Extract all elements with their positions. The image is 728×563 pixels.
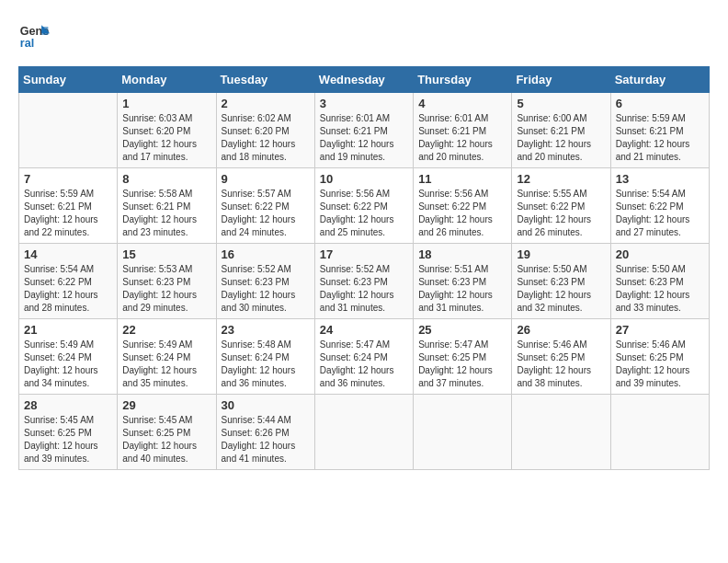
day-number: 10 xyxy=(320,172,408,186)
day-number: 23 xyxy=(222,323,310,337)
day-info: Sunrise: 5:47 AM Sunset: 6:24 PM Dayligh… xyxy=(320,339,408,390)
day-number: 29 xyxy=(122,398,210,412)
page-header: Gene ral xyxy=(18,18,710,52)
header-tuesday: Tuesday xyxy=(216,67,314,93)
day-cell: 9Sunrise: 5:57 AM Sunset: 6:22 PM Daylig… xyxy=(216,168,314,244)
header-sunday: Sunday xyxy=(19,67,118,93)
day-info: Sunrise: 5:46 AM Sunset: 6:25 PM Dayligh… xyxy=(517,339,605,390)
day-number: 4 xyxy=(418,97,506,110)
day-info: Sunrise: 5:50 AM Sunset: 6:23 PM Dayligh… xyxy=(616,263,704,315)
day-number: 24 xyxy=(320,323,408,337)
day-cell: 11Sunrise: 5:56 AM Sunset: 6:22 PM Dayli… xyxy=(414,168,512,244)
day-cell xyxy=(610,395,709,470)
day-cell: 12Sunrise: 5:55 AM Sunset: 6:22 PM Dayli… xyxy=(512,168,610,244)
day-cell: 10Sunrise: 5:56 AM Sunset: 6:22 PM Dayli… xyxy=(314,168,413,244)
week-row-1: 1Sunrise: 6:03 AM Sunset: 6:20 PM Daylig… xyxy=(19,93,710,168)
day-cell: 29Sunrise: 5:45 AM Sunset: 6:25 PM Dayli… xyxy=(118,395,216,470)
day-cell: 15Sunrise: 5:53 AM Sunset: 6:23 PM Dayli… xyxy=(118,244,216,319)
day-number: 27 xyxy=(616,323,704,337)
day-number: 18 xyxy=(418,247,506,261)
day-info: Sunrise: 5:49 AM Sunset: 6:24 PM Dayligh… xyxy=(122,339,210,390)
day-info: Sunrise: 5:47 AM Sunset: 6:25 PM Dayligh… xyxy=(418,339,506,390)
day-number: 1 xyxy=(122,97,210,110)
day-cell xyxy=(512,395,610,470)
day-number: 6 xyxy=(616,97,704,110)
day-info: Sunrise: 6:00 AM Sunset: 6:21 PM Dayligh… xyxy=(517,112,605,164)
day-cell: 24Sunrise: 5:47 AM Sunset: 6:24 PM Dayli… xyxy=(314,319,413,395)
day-info: Sunrise: 5:59 AM Sunset: 6:21 PM Dayligh… xyxy=(616,112,704,164)
day-cell xyxy=(414,395,512,470)
day-cell: 18Sunrise: 5:51 AM Sunset: 6:23 PM Dayli… xyxy=(414,244,512,319)
day-info: Sunrise: 5:56 AM Sunset: 6:22 PM Dayligh… xyxy=(320,188,408,239)
svg-text:ral: ral xyxy=(20,37,34,50)
day-cell: 27Sunrise: 5:46 AM Sunset: 6:25 PM Dayli… xyxy=(610,319,709,395)
day-number: 30 xyxy=(222,398,310,412)
day-info: Sunrise: 5:53 AM Sunset: 6:23 PM Dayligh… xyxy=(122,263,210,315)
day-info: Sunrise: 5:59 AM Sunset: 6:21 PM Dayligh… xyxy=(24,188,112,239)
day-cell: 7Sunrise: 5:59 AM Sunset: 6:21 PM Daylig… xyxy=(19,168,118,244)
day-number: 14 xyxy=(24,247,112,261)
day-number: 7 xyxy=(24,172,112,186)
header-friday: Friday xyxy=(512,67,610,93)
header-wednesday: Wednesday xyxy=(314,67,413,93)
day-number: 25 xyxy=(418,323,506,337)
day-cell: 23Sunrise: 5:48 AM Sunset: 6:24 PM Dayli… xyxy=(216,319,314,395)
day-info: Sunrise: 6:03 AM Sunset: 6:20 PM Dayligh… xyxy=(122,112,210,164)
day-info: Sunrise: 5:54 AM Sunset: 6:22 PM Dayligh… xyxy=(24,263,112,315)
day-info: Sunrise: 6:01 AM Sunset: 6:21 PM Dayligh… xyxy=(418,112,506,164)
day-info: Sunrise: 5:44 AM Sunset: 6:26 PM Dayligh… xyxy=(222,414,310,465)
day-cell: 6Sunrise: 5:59 AM Sunset: 6:21 PM Daylig… xyxy=(610,93,709,168)
day-cell: 3Sunrise: 6:01 AM Sunset: 6:21 PM Daylig… xyxy=(314,93,413,168)
week-row-5: 28Sunrise: 5:45 AM Sunset: 6:25 PM Dayli… xyxy=(19,395,710,470)
day-cell: 21Sunrise: 5:49 AM Sunset: 6:24 PM Dayli… xyxy=(19,319,118,395)
day-info: Sunrise: 5:51 AM Sunset: 6:23 PM Dayligh… xyxy=(418,263,506,315)
day-number: 12 xyxy=(517,172,605,186)
day-cell: 22Sunrise: 5:49 AM Sunset: 6:24 PM Dayli… xyxy=(118,319,216,395)
day-number: 28 xyxy=(24,398,112,412)
day-cell: 8Sunrise: 5:58 AM Sunset: 6:21 PM Daylig… xyxy=(118,168,216,244)
day-number: 11 xyxy=(418,172,506,186)
week-row-3: 14Sunrise: 5:54 AM Sunset: 6:22 PM Dayli… xyxy=(19,244,710,319)
day-number: 9 xyxy=(222,172,310,186)
header-monday: Monday xyxy=(118,67,216,93)
logo-icon: Gene ral xyxy=(18,18,51,52)
day-info: Sunrise: 5:52 AM Sunset: 6:23 PM Dayligh… xyxy=(222,263,310,315)
day-info: Sunrise: 5:49 AM Sunset: 6:24 PM Dayligh… xyxy=(24,339,112,390)
day-number: 21 xyxy=(24,323,112,337)
day-info: Sunrise: 5:57 AM Sunset: 6:22 PM Dayligh… xyxy=(222,188,310,239)
day-number: 8 xyxy=(122,172,210,186)
day-cell: 2Sunrise: 6:02 AM Sunset: 6:20 PM Daylig… xyxy=(216,93,314,168)
day-info: Sunrise: 5:55 AM Sunset: 6:22 PM Dayligh… xyxy=(517,188,605,239)
day-number: 26 xyxy=(517,323,605,337)
day-cell: 4Sunrise: 6:01 AM Sunset: 6:21 PM Daylig… xyxy=(414,93,512,168)
day-cell: 17Sunrise: 5:52 AM Sunset: 6:23 PM Dayli… xyxy=(314,244,413,319)
day-number: 5 xyxy=(517,97,605,110)
day-number: 20 xyxy=(616,247,704,261)
day-cell: 14Sunrise: 5:54 AM Sunset: 6:22 PM Dayli… xyxy=(19,244,118,319)
day-info: Sunrise: 5:52 AM Sunset: 6:23 PM Dayligh… xyxy=(320,263,408,315)
day-info: Sunrise: 5:45 AM Sunset: 6:25 PM Dayligh… xyxy=(24,414,112,465)
day-cell: 5Sunrise: 6:00 AM Sunset: 6:21 PM Daylig… xyxy=(512,93,610,168)
svg-marker-3 xyxy=(41,27,48,35)
day-cell: 25Sunrise: 5:47 AM Sunset: 6:25 PM Dayli… xyxy=(414,319,512,395)
day-number: 13 xyxy=(616,172,704,186)
day-number: 15 xyxy=(122,247,210,261)
day-info: Sunrise: 5:46 AM Sunset: 6:25 PM Dayligh… xyxy=(616,339,704,390)
logo: Gene ral xyxy=(18,18,57,52)
day-info: Sunrise: 5:48 AM Sunset: 6:24 PM Dayligh… xyxy=(222,339,310,390)
day-cell: 26Sunrise: 5:46 AM Sunset: 6:25 PM Dayli… xyxy=(512,319,610,395)
calendar-header-row: SundayMondayTuesdayWednesdayThursdayFrid… xyxy=(19,67,710,93)
day-info: Sunrise: 6:01 AM Sunset: 6:21 PM Dayligh… xyxy=(320,112,408,164)
header-thursday: Thursday xyxy=(414,67,512,93)
day-info: Sunrise: 5:56 AM Sunset: 6:22 PM Dayligh… xyxy=(418,188,506,239)
day-cell xyxy=(19,93,118,168)
day-cell xyxy=(314,395,413,470)
day-info: Sunrise: 5:54 AM Sunset: 6:22 PM Dayligh… xyxy=(616,188,704,239)
day-number: 3 xyxy=(320,97,408,110)
day-info: Sunrise: 5:50 AM Sunset: 6:23 PM Dayligh… xyxy=(517,263,605,315)
day-cell: 1Sunrise: 6:03 AM Sunset: 6:20 PM Daylig… xyxy=(118,93,216,168)
day-cell: 19Sunrise: 5:50 AM Sunset: 6:23 PM Dayli… xyxy=(512,244,610,319)
calendar-table: SundayMondayTuesdayWednesdayThursdayFrid… xyxy=(18,66,710,470)
day-number: 2 xyxy=(222,97,310,110)
header-saturday: Saturday xyxy=(610,67,709,93)
